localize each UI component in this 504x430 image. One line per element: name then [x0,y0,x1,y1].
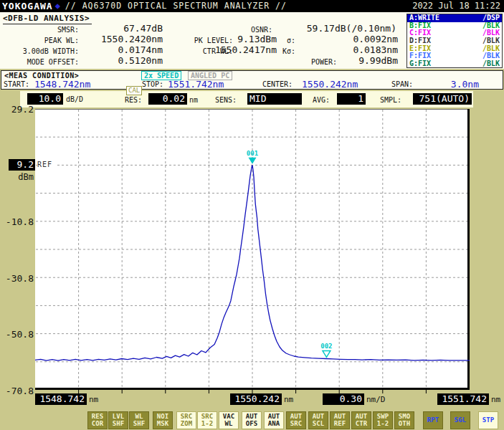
res-unit: nm [189,96,198,104]
datetime: 2022 Jul 18 11:22 [412,0,504,12]
x-scale-per-div: 0.30 nm/D [323,393,386,405]
softkey-wl-shf[interactable]: WLSHF [129,411,149,429]
avg-label: AVG: [313,96,330,104]
osnr-value: 59.17dB(/0.10nm) [276,24,396,34]
power-value: 9.99dBm [337,56,398,66]
trace-row-d[interactable]: D:FIX/BLK [407,37,502,45]
x-scale-center: 1550.242 nm [230,393,293,405]
sens-value-box[interactable]: MID [247,93,302,105]
ksigma-label: Kσ: [276,45,295,57]
trace-row-a[interactable]: A:WRITE/DSP [407,14,502,22]
softkey-rpt[interactable]: RPT [423,411,443,429]
softkey-aut-scl[interactable]: AUTSCL [308,411,328,429]
ref-marker-text: REF [37,161,55,168]
trace-label: F:FIX [409,52,431,59]
softkey-line: 1-2 [374,420,392,427]
x-center-unit: nm [284,395,293,404]
softkey-line: ZOM [177,420,196,427]
softkey-line: RPT [424,413,442,427]
smsr-value: 67.47dB [80,24,163,34]
trace-label: D:FIX [409,37,431,44]
x-start-box[interactable]: 1548.742 [35,393,87,405]
stop-label: STOP: [142,80,163,88]
width-3db-label: 3.00dB WIDTH: [0,45,79,57]
softkey-lvl-shf[interactable]: LVLSHF [108,411,128,429]
x-per-div-box[interactable]: 0.30 [323,393,364,405]
trace-display-mode: /BLK [482,60,500,67]
stop-value[interactable]: 1551.742nm [168,79,224,90]
x-stop-unit: nm [491,395,500,404]
trace-row-g[interactable]: G:FIX/BLK [407,59,502,67]
y-axis-label-m30: -30.8 [0,273,34,284]
level-scale-box[interactable]: 10.0 [27,93,63,105]
softkey-smo-oth[interactable]: SMOOTH [394,411,414,429]
span-value[interactable]: 3.0nm [432,79,479,90]
trace-label: E:FIX [409,45,431,52]
spectrum-plot[interactable]: 001002 [35,109,470,395]
softkey-line: WL [219,420,238,427]
softkey-line: SRC [177,413,196,420]
x-scale-stop: 1551.742 nm [437,393,500,405]
cal-badge: CAL [126,86,142,95]
softkey-aut-src[interactable]: AUTSRC [286,411,306,429]
x-per-div-unit: nm/D [366,395,386,404]
pk-level-value: 9.13dBm [201,34,277,44]
softkey-line: AUT [331,413,349,420]
instrument-title: // AQ6370D OPTICAL SPECTRUM ANALYZER // [65,0,287,12]
y-axis-label-top: 29.2 [0,104,34,115]
y-axis-label-m10: -10.8 [0,216,34,227]
x-stop-box[interactable]: 1551.742 [437,393,489,405]
softkey-src-1-2[interactable]: SRC1-2 [197,411,217,429]
softkey-stp[interactable]: STP [478,411,498,429]
meas-condition-strip: <MEAS CONDITION> 2x SPEED ANGLED PC STAR… [1,70,503,90]
softkey-line: WL [130,413,148,420]
softkey-line: AUT [309,413,328,420]
softkey-line: CTR [352,420,371,427]
softkey-line: SRC [198,413,217,420]
trace-label: G:FIX [409,60,431,67]
softkey-vac-wl[interactable]: VACWL [219,411,239,429]
x-scale-start: 1548.742 nm [35,393,98,405]
softkey-src-zom[interactable]: SRCZOM [176,411,196,429]
trace-row-f[interactable]: F:FIX/BLK [407,52,502,60]
softkey-aut-ana[interactable]: AUTANA [264,411,284,429]
trace-label: B:FIX [409,22,431,29]
softkey-line: AUT [242,413,261,420]
softkey-line: SRC [287,420,305,427]
y-axis-label-m70: -70.8 [0,386,34,396]
ksigma-value: 0.0183nm [337,45,398,55]
softkey-line: COR [88,420,107,427]
softkey-line: SGL [451,413,470,427]
softkey-aut-ofs[interactable]: AUTOFS [242,411,262,429]
start-value[interactable]: 1548.742nm [34,79,90,90]
trace-legend-panel: A:WRITE/DSPB:FIX/BLKC:FIX/BLKD:FIX/BLKE:… [406,14,503,68]
softkey-line: STP [479,413,498,427]
center-label: CENTER: [262,80,293,88]
softkey-aut-ref[interactable]: AUTREF [330,411,350,429]
softkey-aut-ctr[interactable]: AUTCTR [351,411,371,429]
sens-label: SENS: [215,96,237,104]
ref-level-box[interactable]: 9.2 [9,159,35,171]
softkey-noi-msk[interactable]: NOIMSK [153,411,173,429]
avg-value-box[interactable]: 1 [337,93,366,105]
softkey-sgl[interactable]: SGL [450,411,470,429]
x-center-box[interactable]: 1550.242 [230,393,282,405]
softkey-line: NOI [153,413,172,420]
peak-wl-label: PEAK WL: [0,34,79,46]
softkey-line: SCL [309,420,328,427]
peak-wl-value: 1550.2420nm [80,34,163,44]
softkey-line: SHF [109,420,128,427]
ctr-wl-value: 1550.2417nm [201,45,277,55]
res-value-box[interactable]: 0.02 [148,93,187,105]
softkey-line: AUT [352,413,371,420]
center-value[interactable]: 1550.242nm [302,79,358,90]
trace-display-mode: /BLK [482,22,500,29]
softkey-res-cor[interactable]: RESCOR [87,411,108,429]
trace-label: C:FIX [409,29,431,37]
softkey-swp-1-2[interactable]: SWP1-2 [373,411,393,429]
trace-display-mode: /BLK [482,52,500,59]
smpl-value-box[interactable]: 751(AUTO) [413,93,472,105]
res-label: RES: [125,96,142,104]
yokogawa-logo: YOKOGAWA [0,0,53,12]
spectrum-svg: 001002 [35,109,470,395]
